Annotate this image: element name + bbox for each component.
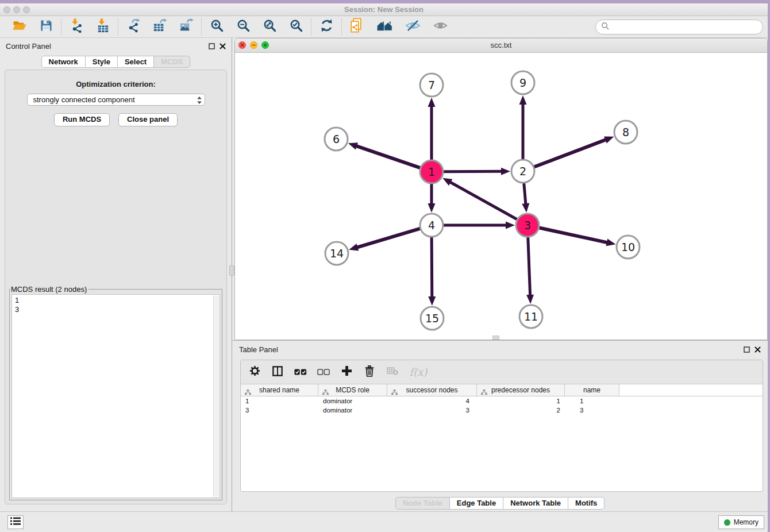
tab-node-table[interactable]: Node Table xyxy=(395,497,450,510)
import-table-icon xyxy=(96,18,110,35)
graph-edge-3-11[interactable] xyxy=(528,237,530,296)
zoom-fit-button[interactable] xyxy=(262,19,277,35)
graph-edge-2-8[interactable] xyxy=(534,139,607,167)
graph-edge-1-2[interactable] xyxy=(444,171,503,172)
minimize-network-button[interactable] xyxy=(250,41,257,49)
window-controls xyxy=(3,6,30,13)
zoom-out-icon xyxy=(236,18,251,35)
table-header: shared name MCDS role successor nodes pr… xyxy=(241,384,763,396)
result-scrollbar[interactable] xyxy=(213,295,219,497)
tab-mcds[interactable]: MCDS xyxy=(154,56,190,68)
checked-boxes-icon xyxy=(294,367,307,377)
search-field[interactable] xyxy=(595,20,763,34)
tab-edge-table[interactable]: Edge Table xyxy=(450,497,503,510)
close-panel-button[interactable]: Close panel xyxy=(118,113,178,126)
network-graph[interactable]: 1234678910111415 xyxy=(235,53,767,340)
columns-icon xyxy=(272,366,283,379)
zoom-out-button[interactable] xyxy=(236,19,251,35)
table-settings-button[interactable] xyxy=(248,364,261,380)
select-all-button[interactable] xyxy=(294,364,307,380)
show-network-button[interactable] xyxy=(432,19,448,35)
graph-node-label: 14 xyxy=(330,247,344,260)
table-row[interactable]: 1 dominator 4 1 1 xyxy=(241,396,763,406)
optimization-criterion-label: Optimization criterion: xyxy=(5,80,226,88)
apply-function-button[interactable]: f(x) xyxy=(409,364,428,380)
graph-edge-3-10[interactable] xyxy=(540,228,609,242)
column-header-predecessor-nodes[interactable]: predecessor nodes xyxy=(477,384,565,396)
add-row-button[interactable] xyxy=(340,364,353,380)
import-network-button[interactable] xyxy=(69,19,84,35)
tab-select[interactable]: Select xyxy=(118,56,154,68)
home-button[interactable] xyxy=(376,19,393,35)
zoom-in-button[interactable] xyxy=(209,19,224,35)
mcds-pane: Optimization criterion: strongly connect… xyxy=(5,70,227,504)
column-header-shared-name[interactable]: shared name xyxy=(241,384,318,396)
float-panel-icon[interactable] xyxy=(744,346,750,353)
gear-icon xyxy=(249,365,260,379)
criterion-select[interactable]: strongly connected component xyxy=(27,94,205,106)
graph-edge-arrowhead xyxy=(428,203,436,213)
export-network-button[interactable] xyxy=(126,19,141,35)
new-session-from-network-button[interactable] xyxy=(349,19,364,35)
delete-row-button[interactable] xyxy=(363,364,376,380)
list-icon xyxy=(10,517,21,527)
hide-network-button[interactable] xyxy=(405,19,421,35)
function-icon: f(x) xyxy=(410,366,428,378)
tab-motifs[interactable]: Motifs xyxy=(568,497,605,510)
close-panel-icon[interactable] xyxy=(220,43,226,49)
import-table-button[interactable] xyxy=(95,19,110,35)
refresh-button[interactable] xyxy=(319,19,334,35)
close-network-button[interactable] xyxy=(238,41,246,49)
network-window-titlebar[interactable]: scc.txt xyxy=(235,38,767,53)
export-image-button[interactable] xyxy=(179,19,194,35)
status-bar: Memory xyxy=(0,511,768,532)
tab-network[interactable]: Network xyxy=(41,56,86,68)
mcds-result-box[interactable]: 1 3 xyxy=(11,294,220,498)
memory-status-icon xyxy=(724,519,730,526)
close-panel-icon[interactable] xyxy=(754,346,761,353)
deselect-all-button[interactable] xyxy=(317,364,330,380)
save-session-button[interactable] xyxy=(38,19,53,35)
export-table-button[interactable] xyxy=(152,19,167,35)
table-row[interactable]: 3 dominator 3 2 3 xyxy=(241,406,763,415)
graph-edge-3-1[interactable] xyxy=(449,182,517,219)
application-window: Session: New Session xyxy=(0,3,768,532)
canvas-resize-grip[interactable] xyxy=(492,336,499,340)
graph-edge-4-14[interactable] xyxy=(356,229,420,248)
split-columns-button[interactable] xyxy=(271,364,284,380)
eye-slash-icon xyxy=(405,19,421,34)
delete-column-button[interactable] xyxy=(386,364,399,380)
task-history-button[interactable] xyxy=(7,515,24,529)
maximize-network-button[interactable] xyxy=(261,41,269,49)
graph-edge-arrowhead xyxy=(349,244,359,250)
open-folder-icon xyxy=(13,19,27,34)
tab-network-table[interactable]: Network Table xyxy=(503,497,568,510)
network-window-controls xyxy=(238,41,269,49)
control-panel: Control Panel Network Style Select MCDS … xyxy=(0,38,232,511)
column-header-successor-nodes[interactable]: successor nodes xyxy=(387,384,477,396)
memory-button[interactable]: Memory xyxy=(718,515,764,529)
run-mcds-button[interactable]: Run MCDS xyxy=(54,113,110,126)
network-window-title: scc.txt xyxy=(235,38,767,52)
column-header-name[interactable]: name xyxy=(565,384,619,396)
column-header-mcds-role[interactable]: MCDS role xyxy=(318,384,387,396)
minimize-window-button[interactable] xyxy=(13,6,20,13)
graph-node-label: 3 xyxy=(524,219,531,232)
zoom-selected-button[interactable] xyxy=(288,19,303,35)
control-panel-title: Control Panel xyxy=(6,42,51,51)
graph-edge-arrowhead xyxy=(522,203,529,213)
zoom-window-button[interactable] xyxy=(23,6,30,13)
graph-edge-1-6[interactable] xyxy=(355,145,420,168)
splitter-grip[interactable] xyxy=(229,265,234,276)
graph-node-label: 4 xyxy=(428,219,435,232)
hierarchy-icon xyxy=(481,387,487,399)
graph-edge-4-15[interactable] xyxy=(432,237,432,298)
open-session-button[interactable] xyxy=(12,19,27,35)
search-input[interactable] xyxy=(612,22,763,32)
graph-edge-2-3[interactable] xyxy=(524,183,526,205)
graph-node-label: 10 xyxy=(621,241,635,253)
float-panel-icon[interactable] xyxy=(209,43,215,49)
close-window-button[interactable] xyxy=(3,6,10,13)
tab-style[interactable]: Style xyxy=(86,56,118,68)
export-table-icon xyxy=(153,18,167,35)
